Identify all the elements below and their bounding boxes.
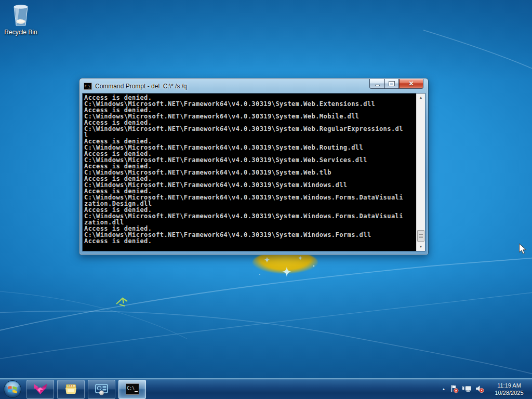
recycle-bin-label: Recycle Bin	[2, 29, 39, 36]
window-title: Command Prompt - del C:\* /s /q	[95, 83, 187, 90]
recycle-bin-icon[interactable]: Recycle Bin	[2, 3, 39, 36]
minimize-button[interactable]	[369, 79, 384, 89]
scroll-thumb-grip	[419, 234, 423, 238]
show-hidden-icons-button[interactable]: ▲	[439, 387, 448, 391]
command-prompt-icon: C:\	[126, 383, 139, 395]
network-icon[interactable]	[462, 384, 472, 393]
explorer-folder-icon	[64, 383, 78, 395]
system-app-icon	[95, 383, 109, 396]
volume-muted-icon[interactable]	[475, 384, 485, 393]
maximize-icon	[389, 82, 394, 86]
close-button[interactable]: ✕	[399, 79, 423, 89]
recycle-bin-glyph	[9, 3, 33, 28]
maximize-button[interactable]	[384, 79, 399, 89]
console-output: Access is denied.C:\Windows\Microsoft.NE…	[83, 94, 416, 251]
clock-time: 11:19 AM	[488, 382, 530, 389]
clock[interactable]: 11:19 AM 10/28/2025	[488, 382, 530, 396]
action-center-flag-icon[interactable]	[450, 384, 459, 393]
taskbar-button-command-prompt[interactable]: C:\	[118, 380, 146, 399]
windows-logo-icon	[3, 380, 22, 398]
scroll-down-button[interactable]: ▼	[417, 243, 425, 251]
scroll-thumb[interactable]	[417, 230, 424, 242]
minimize-icon	[375, 85, 380, 86]
taskbar-button-fox-app[interactable]	[26, 380, 54, 399]
caption-buttons: ✕	[369, 79, 423, 89]
console-line: C:\Windows\Microsoft.NET\Framework64\v4.…	[84, 126, 416, 132]
console-scrollbar[interactable]: ▲ ▼	[416, 94, 425, 251]
mouse-cursor	[518, 243, 527, 255]
system-tray: ▲ 11:19 AM 10/28/2025	[439, 379, 532, 399]
start-button[interactable]	[0, 379, 25, 399]
taskbar: C:\ ▲ 11:19 AM	[0, 378, 532, 399]
cmd-icon: C:\	[84, 83, 92, 90]
command-prompt-window: C:\ Command Prompt - del C:\* /s /q ✕ Ac…	[79, 78, 429, 255]
taskbar-button-system-app[interactable]	[88, 380, 115, 399]
fox-app-icon	[33, 383, 47, 395]
console-line: C:\Windows\Microsoft.NET\Framework64\v4.…	[84, 213, 416, 219]
scroll-up-button[interactable]: ▲	[417, 94, 425, 102]
desktop[interactable]: Recycle Bin C:\ Command Prompt - del C:\…	[0, 0, 532, 399]
taskbar-button-windows-explorer[interactable]	[57, 380, 85, 399]
console-line: Access is denied.	[84, 238, 416, 244]
console[interactable]: Access is denied.C:\Windows\Microsoft.NE…	[83, 94, 425, 251]
close-icon: ✕	[408, 81, 414, 87]
clock-date: 10/28/2025	[488, 389, 530, 396]
